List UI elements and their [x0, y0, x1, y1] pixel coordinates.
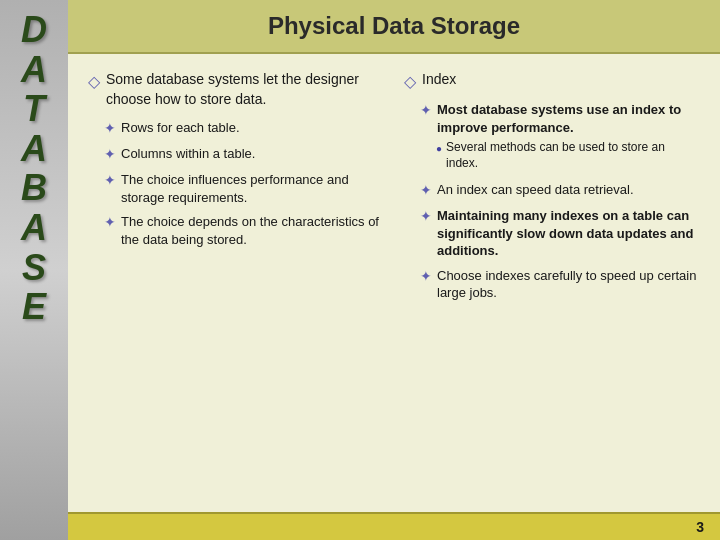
- plus-icon: ✦: [104, 145, 116, 164]
- left-section-intro: Some database systems let the designer c…: [106, 70, 384, 109]
- left-section-header: ◇ Some database systems let the designer…: [88, 70, 384, 109]
- sidebar: D A T A B A S E: [0, 0, 68, 540]
- list-item: ✦ The choice influences performance and …: [104, 171, 384, 206]
- bullet-text: Columns within a table.: [121, 145, 255, 163]
- bullet-text: An index can speed data retrieval.: [437, 181, 634, 199]
- main-content: Physical Data Storage ◇ Some database sy…: [68, 0, 720, 540]
- title-bar: Physical Data Storage: [68, 0, 720, 54]
- list-item: ✦ The choice depends on the characterist…: [104, 213, 384, 248]
- sidebar-letter-s: S: [22, 248, 46, 288]
- content-area: ◇ Some database systems let the designer…: [68, 54, 720, 512]
- list-item: ✦ Choose indexes carefully to speed up c…: [420, 267, 700, 302]
- circle-bullet-icon: ●: [436, 142, 442, 155]
- bullet-text-bold: Maintaining many indexes on a table can …: [437, 207, 700, 260]
- bullet-text: Rows for each table.: [121, 119, 240, 137]
- index-title: Index: [422, 70, 456, 90]
- diamond-icon-left: ◇: [88, 72, 100, 91]
- sidebar-letter-d: D: [21, 10, 47, 50]
- sidebar-letter-t: T: [23, 89, 45, 129]
- sub-bullet-text: Several methods can be used to store an …: [446, 140, 700, 171]
- sidebar-letter-a3: A: [21, 208, 47, 248]
- sub-bullet-list: ● Several methods can be used to store a…: [436, 140, 700, 174]
- diamond-icon-right: ◇: [404, 72, 416, 91]
- right-section-header: ◇ Index: [404, 70, 700, 91]
- sub-list-item: ● Several methods can be used to store a…: [436, 140, 700, 171]
- left-column: ◇ Some database systems let the designer…: [88, 70, 384, 496]
- right-bullet-list: ✦ Most database systems use an index to …: [420, 101, 700, 309]
- plus-icon: ✦: [104, 171, 116, 190]
- plus-icon: ✦: [104, 119, 116, 138]
- sidebar-letter-e: E: [22, 287, 46, 327]
- list-item: ✦ Most database systems use an index to …: [420, 101, 700, 174]
- sidebar-letter-a1: A: [21, 50, 47, 90]
- sidebar-letter-b: B: [21, 168, 47, 208]
- plus-icon: ✦: [104, 213, 116, 232]
- plus-icon: ✦: [420, 101, 432, 120]
- plus-icon: ✦: [420, 207, 432, 226]
- list-item: ✦ Maintaining many indexes on a table ca…: [420, 207, 700, 260]
- right-column: ◇ Index ✦ Most database systems use an i…: [404, 70, 700, 496]
- bullet-text: The choice depends on the characteristic…: [121, 213, 384, 248]
- bullet-text-bold: Most database systems use an index to im…: [437, 101, 700, 136]
- list-item: ✦ Columns within a table.: [104, 145, 384, 164]
- sidebar-letter-a2: A: [21, 129, 47, 169]
- page-title: Physical Data Storage: [88, 12, 700, 40]
- bullet-text: Choose indexes carefully to speed up cer…: [437, 267, 700, 302]
- plus-icon: ✦: [420, 181, 432, 200]
- plus-icon: ✦: [420, 267, 432, 286]
- list-item: ✦ Rows for each table.: [104, 119, 384, 138]
- left-bullet-list: ✦ Rows for each table. ✦ Columns within …: [104, 119, 384, 255]
- list-item: ✦ An index can speed data retrieval.: [420, 181, 700, 200]
- page-number: 3: [696, 519, 704, 535]
- footer: 3: [68, 512, 720, 540]
- bullet-text: The choice influences performance and st…: [121, 171, 384, 206]
